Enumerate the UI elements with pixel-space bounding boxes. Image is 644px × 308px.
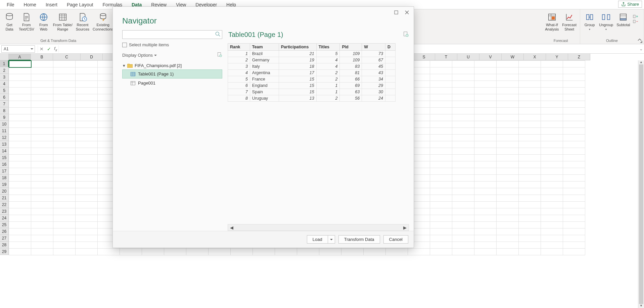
vertical-scrollbar[interactable]: ▲ ▼ (638, 60, 644, 308)
row-header-15[interactable]: 15 (0, 154, 9, 161)
column-header-B[interactable]: B (31, 54, 53, 60)
load-dropdown-button[interactable] (328, 235, 335, 244)
existing-connections-button[interactable]: Existing Connections (91, 11, 114, 32)
row-header-20[interactable]: 20 (0, 188, 9, 195)
row-header-13[interactable]: 13 (0, 141, 9, 148)
load-button[interactable]: Load (307, 235, 328, 244)
row-header-4[interactable]: 4 (0, 81, 9, 87)
tab-file[interactable]: File (2, 1, 19, 9)
cancel-button[interactable]: Cancel (383, 235, 408, 244)
tab-page-layout[interactable]: Page Layout (62, 1, 98, 9)
close-button[interactable] (402, 8, 412, 16)
maximize-button[interactable] (392, 8, 401, 16)
preview-col-rank[interactable]: Rank (228, 44, 250, 51)
tab-home[interactable]: Home (19, 1, 41, 9)
preview-col-pld[interactable]: Pld (340, 44, 362, 51)
enter-formula-button[interactable]: ✓ (45, 46, 53, 52)
preview-col-d[interactable]: D (385, 44, 396, 51)
row-header-27[interactable]: 27 (0, 235, 9, 242)
column-header-Z[interactable]: Z (568, 54, 590, 60)
column-header-T[interactable]: T (435, 54, 457, 60)
column-header-D[interactable]: D (81, 54, 103, 60)
preview-col-w[interactable]: W (362, 44, 385, 51)
column-header-W[interactable]: W (502, 54, 524, 60)
row-header-18[interactable]: 18 (0, 174, 9, 181)
subtotal-button[interactable]: Subtotal (615, 11, 631, 28)
share-button[interactable]: Share (618, 1, 642, 8)
table-row[interactable]: 6England1516929 (228, 83, 396, 89)
from-table-button[interactable]: From Table/ Range (52, 11, 74, 32)
column-header-C[interactable]: C (53, 54, 81, 60)
expand-formula-bar-button[interactable]: ⌄ (638, 46, 644, 51)
group-button[interactable]: Group ▾ (582, 11, 597, 32)
column-header-V[interactable]: V (479, 54, 502, 60)
row-header-6[interactable]: 6 (0, 94, 9, 101)
row-header-14[interactable]: 14 (0, 148, 9, 154)
collapse-ribbon-button[interactable] (637, 38, 642, 43)
row-header-12[interactable]: 12 (0, 134, 9, 141)
select-multiple-checkbox[interactable]: Select multiple items (122, 42, 222, 47)
row-header-29[interactable]: 29 (0, 248, 9, 255)
tree-item-table001[interactable]: Table001 (Page 1) (122, 69, 222, 79)
tab-insert[interactable]: Insert (41, 1, 62, 9)
scrollbar-thumb[interactable] (639, 64, 643, 304)
row-header-2[interactable]: 2 (0, 67, 9, 74)
column-header-X[interactable]: X (524, 54, 546, 60)
preview-refresh-icon[interactable] (403, 31, 409, 38)
column-header-U[interactable]: U (457, 54, 479, 60)
name-box[interactable]: A1 (1, 45, 35, 53)
show-detail-button[interactable] (632, 14, 639, 19)
transform-data-button[interactable]: Transform Data (338, 235, 380, 244)
row-header-23[interactable]: 23 (0, 208, 9, 215)
table-row[interactable]: 7Spain1516330 (228, 89, 396, 95)
display-options-dropdown[interactable]: Display Options (122, 53, 157, 58)
cancel-formula-button[interactable]: ✕ (38, 46, 45, 52)
forecast-sheet-button[interactable]: Forecast Sheet (561, 11, 578, 32)
tree-file-node[interactable]: ▾ FIFA_Champions.pdf [2] (122, 62, 222, 69)
row-header-10[interactable]: 10 (0, 121, 9, 127)
preview-horizontal-scrollbar[interactable]: ◀ ▶ (228, 224, 409, 231)
row-header-24[interactable]: 24 (0, 215, 9, 221)
from-web-button[interactable]: From Web (36, 11, 51, 32)
table-row[interactable]: 2Germany19410967 (228, 57, 396, 63)
from-textcsv-button[interactable]: From Text/CSV (17, 11, 36, 32)
row-header-28[interactable]: 28 (0, 242, 9, 248)
row-header-17[interactable]: 17 (0, 168, 9, 174)
whatif-analysis-button[interactable]: What-If Analysis (544, 11, 560, 32)
fx-icon[interactable]: fx (53, 46, 58, 52)
column-header-S[interactable]: S (413, 54, 435, 60)
row-header-5[interactable]: 5 (0, 87, 9, 94)
table-row[interactable]: 1Brazil21510973 (228, 51, 396, 57)
row-header-21[interactable]: 21 (0, 195, 9, 201)
row-header-16[interactable]: 16 (0, 161, 9, 168)
preview-col-participations[interactable]: Participations (279, 44, 316, 51)
column-header-A[interactable]: A (9, 54, 31, 60)
hide-detail-button[interactable] (632, 19, 639, 24)
select-all-corner[interactable] (0, 54, 9, 60)
preview-col-titles[interactable]: Titles (316, 44, 340, 51)
row-header-26[interactable]: 26 (0, 228, 9, 235)
refresh-icon[interactable] (217, 52, 222, 58)
preview-col-team[interactable]: Team (250, 44, 279, 51)
column-header-Y[interactable]: Y (546, 54, 568, 60)
recent-sources-button[interactable]: Recent Sources (75, 11, 91, 32)
row-header-22[interactable]: 22 (0, 201, 9, 208)
row-header-25[interactable]: 25 (0, 221, 9, 228)
ungroup-button[interactable]: Ungroup ▾ (598, 11, 614, 32)
table-row[interactable]: 3Italy1848345 (228, 63, 396, 70)
table-row[interactable]: 8Uruguay1325624 (228, 95, 396, 102)
row-header-7[interactable]: 7 (0, 101, 9, 107)
row-header-3[interactable]: 3 (0, 74, 9, 81)
row-header-1[interactable]: 1 (0, 60, 9, 67)
row-header-19[interactable]: 19 (0, 181, 9, 188)
navigator-search-input[interactable] (122, 30, 222, 39)
get-data-button[interactable]: Get Data (2, 11, 17, 32)
row-header-8[interactable]: 8 (0, 107, 9, 114)
tree-item-page001[interactable]: Page001 (122, 79, 222, 88)
row-header-9[interactable]: 9 (0, 114, 9, 121)
table-row[interactable]: 5France1526634 (228, 76, 396, 83)
table-row[interactable]: 4Argentina1728143 (228, 70, 396, 76)
get-data-label: Get Data (5, 23, 13, 31)
cell-A1[interactable] (9, 61, 31, 67)
row-header-11[interactable]: 11 (0, 127, 9, 134)
